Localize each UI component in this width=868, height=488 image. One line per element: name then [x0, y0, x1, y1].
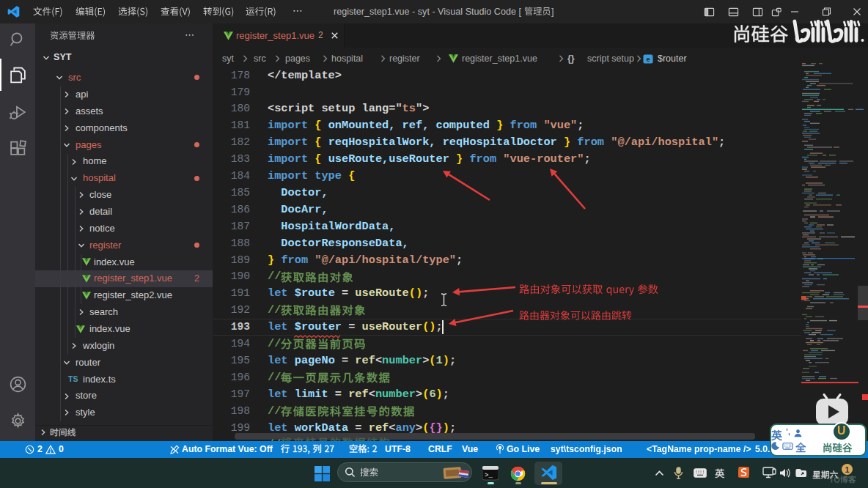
svg-text:>_: >_ — [485, 472, 493, 479]
svg-text:e: e — [646, 56, 650, 63]
